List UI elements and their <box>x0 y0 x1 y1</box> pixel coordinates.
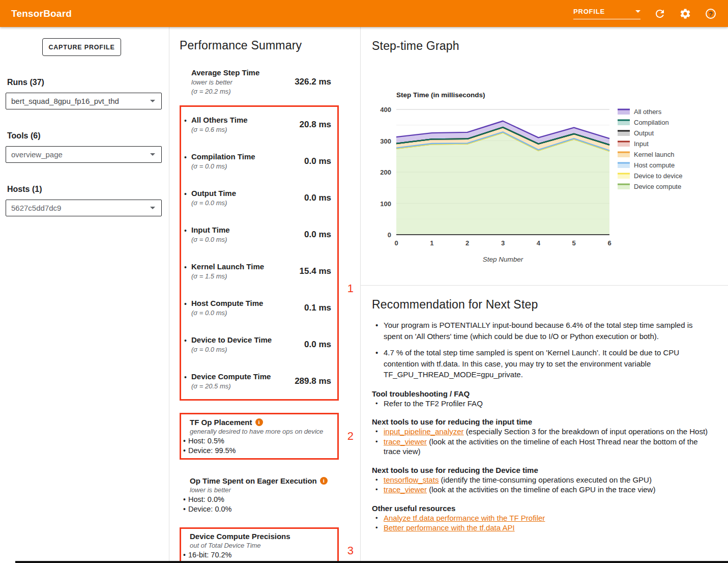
metric-title: Host Compute Time <box>191 298 263 308</box>
annotation-number-1: 1 <box>347 282 354 295</box>
precisions-note: out of Total Device Time <box>181 541 337 550</box>
sidebar: CAPTURE PROFILE Runs (37) bert_squad_8gp… <box>0 27 169 563</box>
metric-title: Device to Device Time <box>191 335 272 345</box>
metric-sigma: (σ = 0.0 ms) <box>191 199 236 208</box>
metric-value: 0.0 ms <box>304 193 331 203</box>
eager-title: Op Time Spent on Eager Execution <box>181 476 360 486</box>
svg-text:6: 6 <box>607 239 611 247</box>
metric-sigma: (σ = 0.0 ms) <box>191 345 272 354</box>
bullet-dot: • <box>181 495 188 504</box>
annotation-box-2: 2 TF Op Placement generally desired to h… <box>180 413 339 460</box>
section-list: Refer to the TF2 Profiler FAQ <box>372 399 711 409</box>
dashboard-selector-value: PROFILE <box>573 8 605 15</box>
list-item: Analyze tf.data performance with the TF … <box>372 513 711 523</box>
svg-text:Step Number: Step Number <box>483 256 523 263</box>
recommendation-card: Recommendation for Next Step Your progra… <box>361 286 728 533</box>
metric-title: Average Step Time <box>191 68 259 78</box>
metric-value: 289.8 ms <box>295 376 331 386</box>
metric-value: 15.4 ms <box>300 266 331 276</box>
metric-value: 326.2 ms <box>295 77 331 87</box>
metric-value: 0.0 ms <box>304 156 331 166</box>
list-item: input_pipeline_analyzer (especially Sect… <box>372 427 711 437</box>
dashboard-selector[interactable]: PROFILE <box>573 8 640 19</box>
svg-text:400: 400 <box>380 106 391 114</box>
tools-label: Tools (6) <box>7 131 162 140</box>
metric-title: All Others Time <box>191 115 248 125</box>
tf-op-placement-title: TF Op Placement <box>181 417 337 427</box>
summary-item: • All Others Time (σ = 0.6 ms) 20.8 ms <box>184 115 331 134</box>
section-heading: Tool troubleshooting / FAQ <box>372 389 711 399</box>
reload-icon[interactable] <box>654 8 666 20</box>
svg-text:1: 1 <box>430 239 433 247</box>
summary-item: • Device Compute Time (σ = 20.5 ms) 289.… <box>184 372 331 391</box>
metric-note: lower is better <box>191 78 259 87</box>
metric-value: 0.0 ms <box>304 230 331 240</box>
list-item: •Device: 99.5% <box>181 446 337 456</box>
summary-item: • Output Time (σ = 0.0 ms) 0.0 ms <box>184 188 331 208</box>
list-item: •Device: 0.0% <box>181 504 360 514</box>
info-icon[interactable] <box>255 418 263 426</box>
hosts-select[interactable]: 5627c5dd7dc9 <box>6 200 162 216</box>
summary-item: • Input Time (σ = 0.0 ms) 0.0 ms <box>184 225 331 244</box>
list-item: •Host: 0.5% <box>181 436 337 446</box>
metric-sigma: (σ = 0.0 ms) <box>191 308 263 318</box>
trace-viewer-link[interactable]: trace_viewer <box>384 437 427 446</box>
section-heading: Other useful resources <box>372 503 711 513</box>
bullet-dot: • <box>184 336 191 345</box>
section-list: tensorflow_stats (identify the time-cons… <box>372 475 711 495</box>
recommendation-bullets: Your program is POTENTIALLY input-bound … <box>372 320 711 380</box>
metric-sigma: (σ = 0.6 ms) <box>191 125 248 134</box>
section-list: input_pipeline_analyzer (especially Sect… <box>372 427 711 457</box>
svg-text:4: 4 <box>537 239 541 247</box>
svg-text:All others: All others <box>634 108 662 116</box>
help-icon[interactable]: ? <box>705 8 717 20</box>
tf-op-placement-note: generally desired to have more ops on de… <box>181 427 337 436</box>
metric-value: 20.8 ms <box>300 120 331 130</box>
chevron-down-icon <box>635 10 640 13</box>
svg-text:2: 2 <box>465 239 469 247</box>
tfdata-api-link[interactable]: Better performance with the tf.data API <box>384 523 515 532</box>
svg-text:Output: Output <box>634 129 654 137</box>
bullet-dot: • <box>181 550 188 560</box>
svg-text:3: 3 <box>501 239 505 247</box>
metric-sigma: (σ = 0.0 ms) <box>191 162 255 171</box>
step-time-chart[interactable]: 01002003004000123456Step Time (in millis… <box>361 83 728 269</box>
trace-viewer-link[interactable]: trace_viewer <box>384 485 427 494</box>
chevron-down-icon <box>150 207 155 209</box>
svg-text:Compilation: Compilation <box>634 119 669 126</box>
runs-select[interactable]: bert_squad_8gpu_fp16_pvt_thd <box>6 93 162 109</box>
bullet-dot: • <box>184 263 191 271</box>
list-item: trace_viewer (look at the activities on … <box>372 437 711 457</box>
tfdata-profiler-link[interactable]: Analyze tf.data performance with the TF … <box>384 514 545 522</box>
list-item: •Host: 0.0% <box>181 495 360 504</box>
svg-text:100: 100 <box>380 200 391 208</box>
tools-select-value: overview_page <box>11 150 63 159</box>
metric-title: Device Compute Time <box>191 372 271 382</box>
section-heading: Next tools to use for reducing the input… <box>372 417 711 427</box>
list-item: •16-bit: 70.2% <box>181 550 337 560</box>
step-time-graph-title: Step-time Graph <box>372 39 728 53</box>
annotation-number-2: 2 <box>347 431 354 441</box>
precisions-title: Device Compute Precisions <box>181 531 337 541</box>
svg-text:300: 300 <box>380 137 391 145</box>
svg-text:Step Time (in milliseconds): Step Time (in milliseconds) <box>396 91 485 99</box>
settings-gear-icon[interactable] <box>679 8 691 20</box>
svg-text:0: 0 <box>388 231 391 239</box>
section-list: Analyze tf.data performance with the TF … <box>372 513 711 533</box>
eager-execution-section: Op Time Spent on Eager Execution lower i… <box>180 476 360 514</box>
tools-select[interactable]: overview_page <box>6 146 162 163</box>
recommendation-title: Recommendation for Next Step <box>372 298 711 312</box>
list-item: trace_viewer (look at the activities on … <box>372 485 711 495</box>
tensorflow-stats-link[interactable]: tensorflow_stats <box>384 475 439 484</box>
annotation-number-3: 3 <box>347 545 354 555</box>
metric-value: 0.0 ms <box>304 340 331 350</box>
capture-profile-button[interactable]: CAPTURE PROFILE <box>42 38 121 56</box>
svg-text:Host compute: Host compute <box>634 161 675 169</box>
recommendation-bullet: Your program is POTENTIALLY input-bound … <box>372 320 711 342</box>
svg-text:Device to device: Device to device <box>634 172 682 180</box>
average-step-time-row: Average Step Time lower is better (σ = 2… <box>181 68 337 96</box>
info-icon[interactable] <box>320 477 328 485</box>
summary-item: • Compilation Time (σ = 0.0 ms) 0.0 ms <box>184 152 331 171</box>
hosts-label: Hosts (1) <box>7 185 162 194</box>
input-pipeline-analyzer-link[interactable]: input_pipeline_analyzer <box>384 427 464 436</box>
